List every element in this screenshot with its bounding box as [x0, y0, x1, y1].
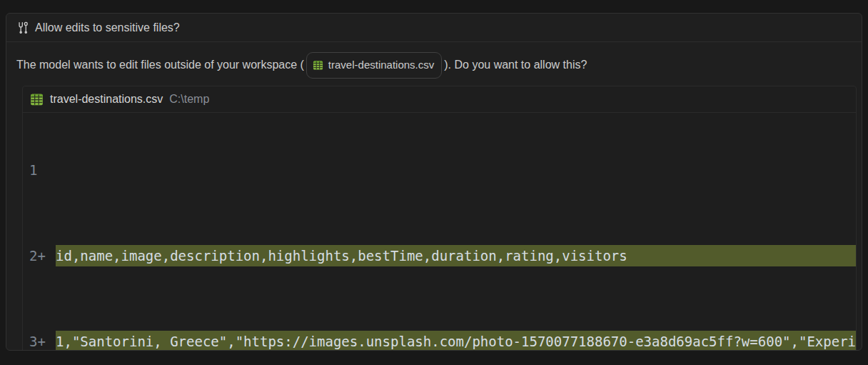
code-line: 1	[23, 159, 856, 181]
permission-dialog: Allow edits to sensitive files? The mode…	[6, 13, 862, 351]
dialog-header: Allow edits to sensitive files?	[6, 14, 862, 42]
dialog-title: Allow edits to sensitive files?	[35, 21, 180, 34]
dialog-question: The model wants to edit files outside of…	[16, 52, 852, 79]
question-text-before: The model wants to edit files outside of…	[16, 59, 304, 71]
diff-file-header[interactable]: travel-destinations.csv C:\temp	[23, 86, 856, 113]
csv-table-icon	[30, 93, 44, 106]
code-line: 3+ 1,"Santorini, Greece","https://images…	[23, 331, 856, 351]
question-text-after: ). Do you want to allow this?	[444, 59, 587, 71]
diff-file-name: travel-destinations.csv	[50, 93, 163, 106]
page-background: Allow edits to sensitive files? The mode…	[0, 0, 868, 365]
line-text: 1,"Santorini, Greece","https://images.un…	[56, 331, 856, 351]
line-text	[56, 159, 856, 181]
diff-preview: travel-destinations.csv C:\temp 1 2+ id,…	[22, 86, 857, 351]
line-number: 3+	[23, 331, 56, 351]
tools-icon	[16, 21, 29, 34]
line-number: 2+	[23, 245, 56, 266]
line-text: id,name,image,description,highlights,bes…	[56, 245, 856, 266]
line-number: 1	[23, 159, 56, 181]
diff-code-lines[interactable]: 1 2+ id,name,image,description,highlight…	[23, 113, 856, 351]
csv-table-icon	[313, 60, 323, 71]
diff-file-path: C:\temp	[169, 93, 209, 106]
file-chip[interactable]: travel-destinations.csv	[306, 52, 442, 79]
code-line: 2+ id,name,image,description,highlights,…	[23, 245, 856, 266]
file-chip-label: travel-destinations.csv	[328, 54, 434, 76]
